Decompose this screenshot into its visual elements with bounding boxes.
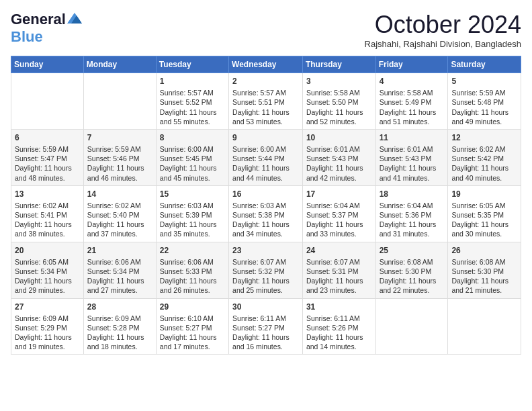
- day-info-line: Sunset: 5:41 PM: [15, 210, 80, 220]
- day-number: 6: [15, 132, 80, 143]
- day-info-line: Sunrise: 5:57 AM: [160, 88, 225, 97]
- calendar-cell: 10Sunrise: 6:01 AMSunset: 5:43 PMDayligh…: [302, 129, 375, 185]
- day-number: 9: [232, 132, 299, 143]
- day-info-line: Daylight: 11 hours and 23 minutes.: [306, 276, 372, 295]
- day-number: 1: [160, 76, 225, 87]
- calendar-week-1: 1Sunrise: 5:57 AMSunset: 5:52 PMDaylight…: [11, 73, 521, 130]
- day-info-line: Sunset: 5:29 PM: [15, 323, 80, 332]
- calendar-table: SundayMondayTuesdayWednesdayThursdayFrid…: [11, 56, 521, 355]
- month-title: October 2024: [365, 11, 521, 39]
- day-info-line: Sunrise: 5:59 AM: [15, 144, 80, 154]
- day-info-line: Daylight: 11 hours and 38 minutes.: [15, 220, 80, 238]
- day-info-line: Sunrise: 6:05 AM: [451, 201, 517, 210]
- day-number: 17: [306, 189, 372, 199]
- day-number: 13: [15, 189, 80, 199]
- day-info-line: Daylight: 11 hours and 26 minutes.: [160, 276, 225, 295]
- calendar-cell: 4Sunrise: 5:58 AMSunset: 5:49 PMDaylight…: [375, 73, 448, 130]
- calendar-cell: 30Sunrise: 6:11 AMSunset: 5:27 PMDayligh…: [229, 298, 303, 355]
- day-info-line: Daylight: 11 hours and 37 minutes.: [87, 220, 152, 238]
- day-info-line: Daylight: 11 hours and 35 minutes.: [160, 220, 225, 238]
- calendar-header-friday: Friday: [375, 56, 448, 73]
- day-info-line: Daylight: 11 hours and 44 minutes.: [232, 163, 299, 182]
- calendar-cell: [11, 73, 84, 130]
- day-info-line: Sunset: 5:47 PM: [15, 154, 80, 163]
- day-info-line: Daylight: 11 hours and 29 minutes.: [15, 276, 80, 295]
- day-info-line: Sunrise: 5:58 AM: [380, 88, 445, 97]
- day-info-line: Sunset: 5:30 PM: [451, 267, 517, 276]
- day-number: 21: [87, 245, 152, 256]
- calendar-cell: 14Sunrise: 6:02 AMSunset: 5:40 PMDayligh…: [83, 185, 156, 242]
- calendar-header-wednesday: Wednesday: [229, 56, 303, 73]
- day-number: 14: [87, 189, 152, 199]
- day-info-line: Sunset: 5:44 PM: [232, 154, 299, 163]
- calendar-cell: [375, 298, 448, 355]
- day-info-line: Sunset: 5:40 PM: [87, 210, 152, 220]
- day-info-line: Sunset: 5:33 PM: [160, 267, 225, 276]
- day-info-line: Daylight: 11 hours and 25 minutes.: [232, 276, 299, 295]
- day-info-line: Sunset: 5:28 PM: [87, 323, 152, 332]
- day-info-line: Daylight: 11 hours and 16 minutes.: [232, 332, 299, 351]
- day-info-line: Sunset: 5:34 PM: [15, 267, 80, 276]
- calendar-cell: 27Sunrise: 6:09 AMSunset: 5:29 PMDayligh…: [11, 298, 84, 355]
- day-info-line: Daylight: 11 hours and 52 minutes.: [306, 107, 372, 126]
- title-block: October 2024 Rajshahi, Rajshahi Division…: [365, 11, 521, 49]
- calendar-cell: 19Sunrise: 6:05 AMSunset: 5:35 PMDayligh…: [448, 185, 521, 242]
- day-number: 3: [306, 76, 372, 87]
- day-info-line: Daylight: 11 hours and 19 minutes.: [15, 332, 80, 351]
- day-info-line: Sunrise: 6:07 AM: [306, 257, 372, 267]
- day-info-line: Sunrise: 5:59 AM: [451, 88, 517, 97]
- day-info-line: Sunset: 5:35 PM: [451, 210, 517, 220]
- day-info-line: Sunrise: 6:02 AM: [451, 144, 517, 154]
- calendar-body: 1Sunrise: 5:57 AMSunset: 5:52 PMDaylight…: [11, 73, 521, 355]
- logo: General Blue: [11, 11, 82, 46]
- calendar-week-5: 27Sunrise: 6:09 AMSunset: 5:29 PMDayligh…: [11, 298, 521, 355]
- day-info-line: Sunset: 5:43 PM: [380, 154, 445, 163]
- day-number: 18: [380, 189, 445, 199]
- day-info-line: Daylight: 11 hours and 17 minutes.: [160, 332, 225, 351]
- calendar-header-saturday: Saturday: [448, 56, 521, 73]
- day-number: 20: [15, 245, 80, 256]
- calendar-cell: 25Sunrise: 6:08 AMSunset: 5:30 PMDayligh…: [375, 242, 448, 298]
- calendar-cell: [448, 298, 521, 355]
- calendar-header-tuesday: Tuesday: [156, 56, 228, 73]
- day-info-line: Sunset: 5:48 PM: [451, 97, 517, 107]
- day-number: 7: [87, 132, 152, 143]
- day-number: 10: [306, 132, 372, 143]
- calendar-cell: 8Sunrise: 6:00 AMSunset: 5:45 PMDaylight…: [156, 129, 228, 185]
- day-info-line: Sunrise: 6:05 AM: [15, 257, 80, 267]
- day-info-line: Sunrise: 6:04 AM: [306, 201, 372, 210]
- day-info-line: Daylight: 11 hours and 46 minutes.: [87, 163, 152, 182]
- day-number: 5: [451, 76, 517, 87]
- day-info-line: Sunrise: 5:58 AM: [306, 88, 372, 97]
- calendar-cell: 9Sunrise: 6:00 AMSunset: 5:44 PMDaylight…: [229, 129, 303, 185]
- day-info-line: Daylight: 11 hours and 14 minutes.: [306, 332, 372, 351]
- day-number: 15: [160, 189, 225, 199]
- day-info-line: Sunrise: 6:00 AM: [160, 144, 225, 154]
- calendar-cell: 31Sunrise: 6:11 AMSunset: 5:26 PMDayligh…: [302, 298, 375, 355]
- day-info-line: Sunrise: 6:10 AM: [160, 314, 225, 323]
- calendar-cell: [83, 73, 156, 130]
- day-info-line: Daylight: 11 hours and 27 minutes.: [87, 276, 152, 295]
- calendar-cell: 18Sunrise: 6:04 AMSunset: 5:36 PMDayligh…: [375, 185, 448, 242]
- day-info-line: Sunrise: 6:07 AM: [232, 257, 299, 267]
- day-info-line: Sunset: 5:42 PM: [451, 154, 517, 163]
- day-info-line: Sunrise: 6:08 AM: [451, 257, 517, 267]
- day-number: 26: [451, 245, 517, 256]
- day-number: 2: [232, 76, 299, 87]
- day-info-line: Sunrise: 6:06 AM: [87, 257, 152, 267]
- day-info-line: Sunset: 5:49 PM: [380, 97, 445, 107]
- day-info-line: Daylight: 11 hours and 18 minutes.: [87, 332, 152, 351]
- day-number: 16: [232, 189, 299, 199]
- calendar-cell: 23Sunrise: 6:07 AMSunset: 5:32 PMDayligh…: [229, 242, 303, 298]
- calendar-cell: 24Sunrise: 6:07 AMSunset: 5:31 PMDayligh…: [302, 242, 375, 298]
- day-info-line: Daylight: 11 hours and 34 minutes.: [232, 220, 299, 238]
- day-info-line: Daylight: 11 hours and 55 minutes.: [160, 107, 225, 126]
- calendar-header-monday: Monday: [83, 56, 156, 73]
- day-info-line: Daylight: 11 hours and 53 minutes.: [232, 107, 299, 126]
- day-number: 8: [160, 132, 225, 143]
- calendar-cell: 2Sunrise: 5:57 AMSunset: 5:51 PMDaylight…: [229, 73, 303, 130]
- day-info-line: Sunrise: 6:02 AM: [15, 201, 80, 210]
- day-number: 25: [380, 245, 445, 256]
- calendar-cell: 20Sunrise: 6:05 AMSunset: 5:34 PMDayligh…: [11, 242, 84, 298]
- calendar-week-3: 13Sunrise: 6:02 AMSunset: 5:41 PMDayligh…: [11, 185, 521, 242]
